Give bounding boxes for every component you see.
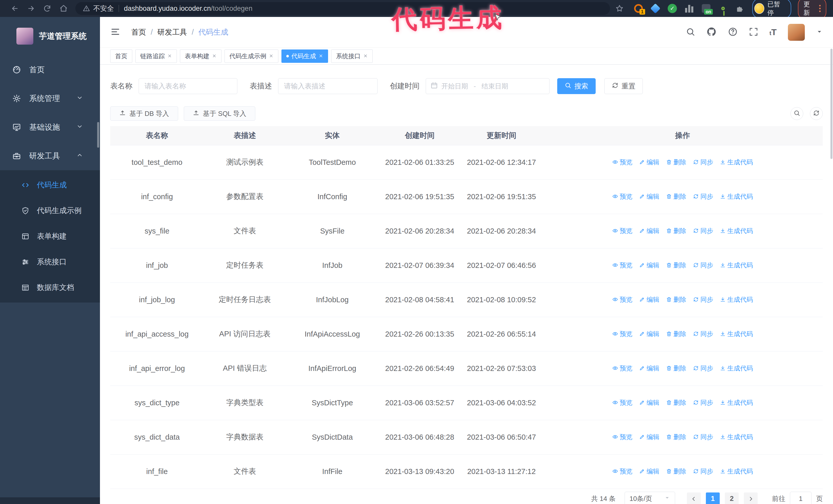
action-4[interactable]: 生成代码 (720, 330, 753, 338)
reload-icon[interactable] (43, 4, 52, 13)
hamburger-icon[interactable] (110, 27, 120, 38)
sidebar-item-1[interactable]: 系统管理 (0, 84, 100, 113)
search-button[interactable]: 搜索 (557, 78, 596, 94)
action-0[interactable]: 预览 (612, 192, 633, 201)
import-sql-button[interactable]: 基于 SQL 导入 (184, 106, 256, 121)
sidebar-item-0[interactable]: 首页 (0, 55, 100, 84)
action-0[interactable]: 预览 (612, 226, 633, 235)
action-2[interactable]: 删除 (666, 226, 686, 235)
action-2[interactable]: 删除 (666, 158, 686, 166)
forward-icon[interactable] (26, 4, 35, 13)
extension-icon[interactable] (718, 3, 728, 14)
github-icon[interactable] (706, 27, 717, 38)
action-2[interactable]: 删除 (666, 467, 686, 476)
action-3[interactable]: 同步 (693, 295, 713, 304)
action-1[interactable]: 编辑 (639, 295, 660, 304)
page-button-1[interactable]: 1 (706, 493, 720, 504)
back-icon[interactable] (10, 4, 19, 13)
action-2[interactable]: 删除 (666, 330, 686, 338)
prev-page-button[interactable] (687, 493, 701, 504)
action-2[interactable]: 删除 (666, 261, 686, 269)
sidebar-subitem-2[interactable]: 表单构建 (0, 223, 100, 249)
action-3[interactable]: 同步 (693, 433, 713, 441)
action-1[interactable]: 编辑 (639, 467, 660, 476)
text-size-icon[interactable]: tT (769, 27, 777, 37)
date-range-picker[interactable]: 开始日期 - 结束日期 (426, 78, 549, 94)
sidebar-collapse-bar[interactable] (0, 497, 100, 504)
action-4[interactable]: 生成代码 (720, 295, 753, 304)
table-desc-input[interactable] (278, 78, 378, 94)
close-icon[interactable] (167, 52, 172, 60)
action-0[interactable]: 预览 (612, 433, 633, 441)
action-0[interactable]: 预览 (612, 330, 633, 338)
tab-0[interactable]: 首页 (110, 49, 132, 63)
action-4[interactable]: 生成代码 (720, 467, 753, 476)
action-3[interactable]: 同步 (693, 399, 713, 407)
action-2[interactable]: 删除 (666, 364, 686, 373)
sidebar-subitem-4[interactable]: 数据库文档 (0, 275, 100, 301)
sidebar-subitem-3[interactable]: 系统接口 (0, 249, 100, 275)
browser-profile-button[interactable]: 已暂停 (752, 0, 791, 19)
toggle-search-button[interactable] (790, 107, 803, 120)
sidebar-item-2[interactable]: 基础设施 (0, 113, 100, 142)
reset-button[interactable]: 重置 (604, 78, 643, 94)
tab-3[interactable]: 代码生成示例 (224, 49, 278, 63)
browser-menu-icon[interactable] (819, 5, 821, 12)
action-3[interactable]: 同步 (693, 364, 713, 373)
puzzle-icon[interactable] (735, 3, 745, 14)
action-0[interactable]: 预览 (612, 295, 633, 304)
action-1[interactable]: 编辑 (639, 192, 660, 201)
fullscreen-icon[interactable] (749, 27, 758, 38)
import-db-button[interactable]: 基于 DB 导入 (110, 106, 178, 121)
extension-icon[interactable] (650, 3, 661, 14)
action-3[interactable]: 同步 (693, 158, 713, 166)
user-avatar[interactable] (788, 24, 805, 41)
action-0[interactable]: 预览 (612, 364, 633, 373)
tab-5[interactable]: 系统接口 (331, 49, 373, 63)
action-1[interactable]: 编辑 (639, 330, 660, 338)
action-0[interactable]: 预览 (612, 399, 633, 407)
tab-4[interactable]: 代码生成 (281, 49, 328, 63)
home-icon[interactable] (59, 4, 68, 13)
action-0[interactable]: 预览 (612, 261, 633, 269)
next-page-button[interactable] (744, 493, 758, 504)
action-4[interactable]: 生成代码 (720, 192, 753, 201)
extension-icon[interactable]: on (701, 3, 711, 14)
breadcrumb-home[interactable]: 首页 (131, 27, 146, 38)
action-4[interactable]: 生成代码 (720, 261, 753, 269)
action-3[interactable]: 同步 (693, 261, 713, 269)
help-icon[interactable] (728, 27, 738, 38)
close-icon[interactable] (318, 52, 323, 60)
sidebar-subitem-1[interactable]: 代码生成示例 (0, 198, 100, 223)
action-0[interactable]: 预览 (612, 467, 633, 476)
action-2[interactable]: 删除 (666, 433, 686, 441)
refresh-table-button[interactable] (810, 107, 823, 120)
page-button-2[interactable]: 2 (725, 493, 739, 504)
extension-icon[interactable]: ✓ (667, 3, 677, 14)
search-icon[interactable] (686, 27, 695, 38)
table-name-input[interactable] (139, 78, 237, 94)
action-1[interactable]: 编辑 (639, 399, 660, 407)
action-0[interactable]: 预览 (612, 158, 633, 166)
action-4[interactable]: 生成代码 (720, 364, 753, 373)
sidebar-scrollbar[interactable] (97, 122, 99, 148)
sidebar-subitem-0[interactable]: 代码生成 (0, 172, 100, 198)
caret-down-icon[interactable] (816, 28, 823, 36)
action-1[interactable]: 编辑 (639, 226, 660, 235)
page-size-select[interactable]: 10条/页 (625, 492, 675, 504)
close-icon[interactable] (363, 52, 368, 60)
tab-1[interactable]: 链路追踪 (135, 49, 177, 63)
close-icon[interactable] (212, 52, 217, 60)
action-4[interactable]: 生成代码 (720, 433, 753, 441)
sidebar-item-3[interactable]: 研发工具 (0, 142, 100, 170)
page-scrollbar[interactable] (830, 49, 832, 159)
action-1[interactable]: 编辑 (639, 364, 660, 373)
action-2[interactable]: 删除 (666, 192, 686, 201)
action-1[interactable]: 编辑 (639, 158, 660, 166)
action-3[interactable]: 同步 (693, 330, 713, 338)
extension-icon[interactable]: 1 (633, 3, 644, 14)
browser-update-button[interactable]: 更新 (798, 0, 826, 20)
extension-icon[interactable] (684, 3, 694, 14)
app-logo-row[interactable]: 芋道管理系统 (0, 17, 100, 55)
action-2[interactable]: 删除 (666, 399, 686, 407)
